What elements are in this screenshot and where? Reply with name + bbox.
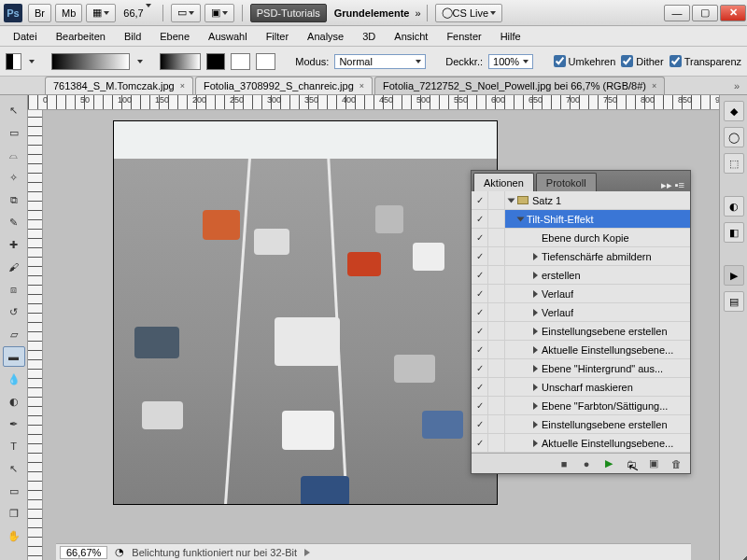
- check-icon[interactable]: ✓: [476, 232, 484, 243]
- menu-hilfe[interactable]: Hilfe: [491, 31, 530, 42]
- reverse-checkbox[interactable]: Umkehren: [554, 55, 616, 67]
- gradient-tool[interactable]: ▬: [3, 346, 25, 367]
- check-icon[interactable]: ✓: [476, 195, 484, 205]
- action-row[interactable]: ✓Tilt-Shift-Effekt: [472, 210, 690, 229]
- check-icon[interactable]: ✓: [476, 326, 484, 336]
- eraser-tool[interactable]: ▱: [3, 324, 25, 344]
- dock-swatches-icon[interactable]: ◯: [724, 127, 744, 147]
- check-icon[interactable]: ✓: [476, 344, 484, 355]
- check-icon[interactable]: ✓: [476, 363, 484, 373]
- marquee-tool[interactable]: ▭: [3, 122, 25, 143]
- tab-aktionen[interactable]: Aktionen: [473, 173, 534, 191]
- vertical-ruler[interactable]: [28, 110, 43, 560]
- stamp-tool[interactable]: ⧇: [3, 279, 25, 300]
- panel-menu-icon[interactable]: ▸▸ ▪≡: [661, 179, 684, 191]
- dialog-toggle[interactable]: [488, 247, 505, 265]
- disclosure-icon[interactable]: [517, 217, 525, 221]
- action-row[interactable]: ✓Tiefenschärfe abmildern: [472, 247, 690, 266]
- dock-color-icon[interactable]: ◆: [724, 101, 744, 121]
- disclosure-icon[interactable]: [533, 328, 538, 335]
- menu-bearbeiten[interactable]: Bearbeiten: [47, 31, 115, 42]
- check-icon[interactable]: ✓: [476, 251, 484, 261]
- eyedropper-tool[interactable]: ✎: [3, 212, 25, 232]
- disclosure-icon[interactable]: [533, 384, 538, 391]
- dock-actions-icon[interactable]: ▶: [724, 265, 744, 286]
- disclosure-icon[interactable]: [533, 272, 538, 279]
- dialog-toggle[interactable]: [488, 229, 505, 246]
- check-icon[interactable]: ✓: [476, 307, 484, 317]
- type-tool[interactable]: T: [3, 436, 25, 456]
- check-icon[interactable]: ✓: [476, 400, 484, 411]
- action-row[interactable]: ✓Einstellungsebene erstellen: [472, 322, 690, 341]
- gradient-preview[interactable]: [51, 53, 131, 70]
- action-row[interactable]: ✓Satz 1: [472, 191, 690, 210]
- disclosure-icon[interactable]: [533, 290, 538, 298]
- crop-tool[interactable]: ⧉: [3, 189, 25, 210]
- tool-preset-swatch[interactable]: [6, 53, 21, 70]
- action-row[interactable]: ✓Ebene durch Kopie: [472, 229, 690, 247]
- close-tab-icon[interactable]: ×: [359, 81, 364, 91]
- maximize-button[interactable]: ▢: [692, 5, 718, 21]
- dialog-toggle[interactable]: [488, 415, 505, 433]
- cslive-button[interactable]: ◯ CS Live: [435, 4, 503, 22]
- disclosure-icon[interactable]: [533, 309, 538, 316]
- dock-adjust-icon[interactable]: ◐: [724, 196, 744, 217]
- record-icon[interactable]: ●: [580, 457, 593, 470]
- check-icon[interactable]: ✓: [476, 382, 484, 392]
- disclosure-icon[interactable]: [533, 253, 538, 260]
- disclosure-icon[interactable]: [533, 346, 538, 354]
- mode-select[interactable]: Normal: [334, 54, 425, 69]
- close-tab-icon[interactable]: ×: [652, 81, 656, 91]
- action-row[interactable]: ✓Verlauf: [472, 303, 690, 322]
- action-row[interactable]: ✓Ebene "Farbton/Sättigung...: [472, 397, 690, 415]
- tab-protokoll[interactable]: Protokoll: [536, 173, 597, 191]
- menu-ebene[interactable]: Ebene: [150, 31, 199, 42]
- menu-auswahl[interactable]: Auswahl: [199, 31, 257, 42]
- dialog-toggle[interactable]: [488, 191, 505, 209]
- blur-tool[interactable]: 💧: [3, 369, 25, 389]
- gradient-angle-icon[interactable]: [231, 53, 250, 70]
- dialog-toggle[interactable]: [488, 322, 505, 340]
- new-action-icon[interactable]: ▣: [647, 457, 660, 470]
- disclosure-icon[interactable]: [533, 402, 538, 410]
- menu-ansicht[interactable]: Ansicht: [385, 31, 437, 42]
- dock-mask-icon[interactable]: ◧: [724, 222, 744, 243]
- document-canvas[interactable]: [114, 121, 497, 504]
- dither-checkbox[interactable]: Dither: [621, 55, 663, 67]
- arrange-button[interactable]: ▣: [204, 4, 234, 22]
- more-tabs-icon[interactable]: »: [734, 80, 740, 91]
- menu-3d[interactable]: 3D: [353, 31, 385, 42]
- heal-tool[interactable]: ✚: [3, 234, 25, 255]
- dialog-toggle[interactable]: [488, 285, 505, 302]
- gradient-linear-icon[interactable]: [160, 53, 200, 70]
- trash-icon[interactable]: 🗑: [669, 457, 683, 470]
- disclosure-icon[interactable]: [508, 198, 515, 203]
- shape-tool[interactable]: ▭: [3, 481, 25, 501]
- dialog-toggle[interactable]: [488, 341, 505, 358]
- viewgrid-button[interactable]: ▦: [86, 4, 116, 22]
- dialog-toggle[interactable]: [488, 434, 505, 452]
- workspace-name[interactable]: Grundelemente: [334, 7, 410, 19]
- dock-styles-icon[interactable]: ⬚: [724, 153, 744, 174]
- menu-fenster[interactable]: Fenster: [437, 31, 490, 42]
- check-icon[interactable]: ✓: [476, 438, 484, 448]
- document-tab[interactable]: 761384_S_M.Tomczak.jpg×: [45, 77, 193, 94]
- check-icon[interactable]: ✓: [476, 270, 484, 280]
- path-tool[interactable]: ↖: [3, 458, 25, 479]
- transparency-checkbox[interactable]: Transparenz: [669, 55, 741, 67]
- hand-tool[interactable]: ✋: [3, 525, 25, 546]
- dodge-tool[interactable]: ◐: [3, 391, 25, 412]
- check-icon[interactable]: ✓: [476, 419, 484, 429]
- titlebar-zoom[interactable]: 66,7: [123, 7, 150, 19]
- horizontal-ruler[interactable]: 0501001502002503003504004505005506006507…: [28, 95, 719, 110]
- disclosure-icon[interactable]: [533, 440, 538, 447]
- dialog-toggle[interactable]: [488, 359, 505, 377]
- disclosure-icon[interactable]: [533, 365, 538, 372]
- disclosure-icon[interactable]: [533, 421, 538, 428]
- gradient-radial-icon[interactable]: [206, 53, 226, 70]
- action-row[interactable]: ✓Aktuelle Einstellungsebene...: [472, 341, 690, 359]
- document-tab-active[interactable]: Fotolia_7212752_S_Noel_Powell.jpg bei 66…: [374, 77, 665, 94]
- status-zoom[interactable]: 66,67%: [60, 546, 107, 559]
- action-row[interactable]: ✓Verlauf: [472, 285, 690, 303]
- dialog-toggle[interactable]: [488, 210, 505, 228]
